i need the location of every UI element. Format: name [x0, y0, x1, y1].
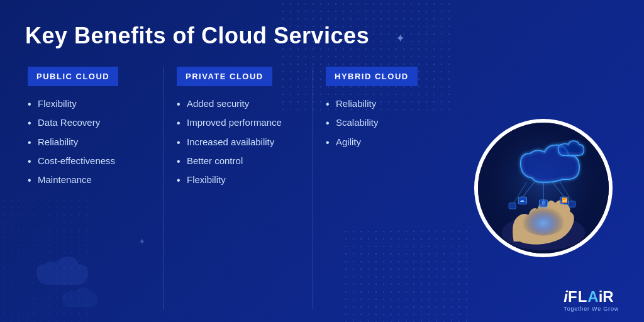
hybrid-cloud-badge: HYBRID CLOUD	[326, 67, 418, 86]
public-cloud-column: PUBLIC CLOUD Flexibility Data Recovery R…	[25, 67, 164, 309]
svg-rect-12	[509, 203, 516, 209]
page-title: Key Benefits of Cloud Services	[25, 23, 619, 49]
list-item: Flexibility	[177, 174, 306, 186]
list-item: Data Recovery	[28, 116, 157, 129]
columns-section: PUBLIC CLOUD Flexibility Data Recovery R…	[25, 67, 462, 309]
list-item: Cost-effectiveness	[28, 155, 157, 167]
list-item: Better control	[177, 155, 306, 167]
svg-text:☁: ☁	[519, 197, 525, 203]
public-cloud-list: Flexibility Data Recovery Reliability Co…	[28, 97, 157, 186]
svg-rect-13	[569, 201, 575, 207]
list-item: Maintenance	[28, 174, 157, 186]
hybrid-cloud-list: Reliability Scalability Agility	[326, 97, 455, 148]
content-area: PUBLIC CLOUD Flexibility Data Recovery R…	[25, 67, 619, 309]
list-item: Flexibility	[28, 97, 157, 110]
list-item: Increased availability	[177, 136, 306, 148]
private-cloud-badge: PRIVATE CLOUD	[177, 67, 272, 86]
list-item: Scalability	[326, 116, 455, 129]
list-item: Agility	[326, 136, 455, 148]
public-cloud-badge: PUBLIC CLOUD	[28, 67, 118, 86]
private-cloud-column: PRIVATE CLOUD Added security Improved pe…	[164, 67, 313, 309]
hybrid-cloud-column: HYBRID CLOUD Reliability Scalability Agi…	[313, 67, 462, 309]
image-section: ☁ ⚙ 📶	[468, 67, 619, 309]
list-item: Improved performance	[177, 116, 306, 129]
list-item: Reliability	[326, 97, 455, 110]
cloud-image-circle: ☁ ⚙ 📶	[474, 119, 613, 257]
main-container: Key Benefits of Cloud Services PUBLIC CL…	[0, 0, 644, 322]
list-item: Reliability	[28, 136, 157, 148]
list-item: Added security	[177, 97, 306, 110]
svg-text:📶: 📶	[562, 197, 568, 203]
private-cloud-list: Added security Improved performance Incr…	[177, 97, 306, 186]
svg-text:⚙: ⚙	[541, 200, 546, 206]
